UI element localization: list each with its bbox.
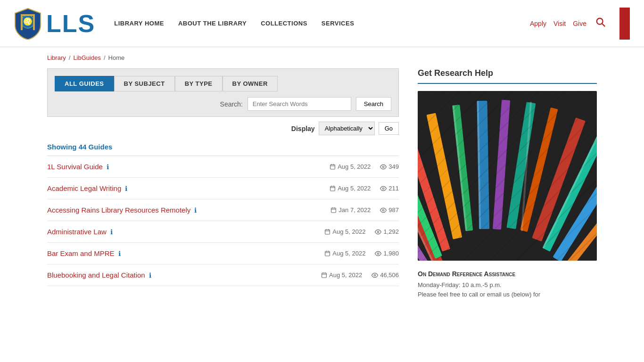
breadcrumb-library[interactable]: Library: [47, 54, 66, 61]
svg-point-18: [383, 209, 385, 211]
give-link[interactable]: Give: [573, 20, 586, 27]
guide-link[interactable]: Bluebooking and Legal Citation: [47, 271, 145, 279]
header-search-button[interactable]: [594, 15, 608, 32]
guide-date: Aug 5, 2022: [321, 272, 362, 279]
svg-rect-51: [477, 101, 481, 229]
info-icon[interactable]: ℹ: [125, 185, 127, 192]
svg-rect-34: [418, 91, 597, 261]
guide-views: 1,980: [375, 250, 399, 257]
logo-shield-icon: ♌: [14, 8, 41, 40]
svg-rect-24: [325, 251, 330, 256]
guide-views: 1,292: [375, 228, 399, 235]
apply-link[interactable]: Apply: [530, 20, 546, 27]
svg-rect-42: [520, 107, 558, 232]
guide-right: Aug 5, 2022 46,506: [321, 272, 399, 279]
svg-rect-50: [452, 105, 467, 231]
guide-item: Bar Exam and MPRE ℹ Aug 5, 2022 1,980: [47, 243, 399, 264]
guide-left: Accessing Rains Library Resources Remote…: [47, 206, 197, 214]
search-input[interactable]: [248, 97, 351, 111]
svg-rect-35: [418, 143, 444, 261]
eye-icon: [380, 185, 387, 192]
svg-rect-53: [542, 132, 597, 249]
tab-by-type[interactable]: BY TYPE: [175, 76, 223, 91]
right-panel: Get Research Help: [418, 68, 597, 299]
on-demand-text: Monday-Friday: 10 a.m.-5 p.m. Please fee…: [418, 280, 597, 299]
tabs-container: ALL GUIDES BY SUBJECT BY TYPE BY OWNER: [47, 68, 399, 91]
guide-link[interactable]: Bar Exam and MPRE: [47, 249, 115, 257]
guide-left: Bluebooking and Legal Citation ℹ: [47, 271, 151, 279]
logo-link[interactable]: ♌ LLS: [14, 8, 95, 40]
eye-icon: [380, 164, 387, 170]
breadcrumb-area: Library / LibGuides / Home: [0, 47, 644, 68]
search-button[interactable]: Search: [356, 97, 391, 111]
svg-rect-41: [506, 102, 536, 229]
svg-rect-49: [418, 147, 436, 261]
svg-point-8: [383, 166, 385, 168]
display-row: Display Alphabetically By Date By Views …: [47, 117, 399, 140]
svg-point-13: [383, 188, 385, 189]
svg-rect-9: [330, 186, 335, 191]
svg-point-2: [597, 18, 603, 25]
info-icon[interactable]: ℹ: [110, 228, 113, 236]
main-content: ALL GUIDES BY SUBJECT BY TYPE BY OWNER S…: [0, 68, 644, 318]
guide-date: Aug 5, 2022: [330, 185, 371, 192]
tab-all-guides[interactable]: ALL GUIDES: [55, 76, 114, 91]
guide-left: Administrative Law ℹ: [47, 228, 113, 236]
tab-by-owner[interactable]: BY OWNER: [223, 76, 278, 91]
breadcrumb-libguides[interactable]: LibGuides: [73, 54, 101, 61]
svg-rect-45: [553, 149, 597, 261]
eye-icon: [372, 272, 378, 279]
guide-right: Aug 5, 2022 1,292: [324, 228, 399, 235]
info-icon[interactable]: ℹ: [118, 250, 121, 257]
guide-right: Aug 5, 2022 211: [330, 185, 399, 192]
svg-rect-38: [452, 105, 473, 231]
svg-point-28: [378, 253, 380, 255]
guide-link[interactable]: Administrative Law: [47, 228, 107, 236]
info-icon[interactable]: ℹ: [194, 206, 197, 214]
guide-right: Aug 5, 2022 1,980: [324, 250, 399, 257]
on-demand-title: On Demand Reference Assistance: [418, 270, 597, 278]
nav-collections[interactable]: Collections: [261, 20, 307, 27]
calendar-icon: [330, 164, 336, 170]
guide-left: Bar Exam and MPRE ℹ: [47, 249, 121, 257]
svg-rect-52: [521, 102, 532, 231]
calendar-icon: [330, 207, 337, 213]
guide-item: Administrative Law ℹ Aug 5, 2022 1,292: [47, 221, 399, 243]
go-button[interactable]: Go: [379, 122, 399, 135]
eye-icon: [375, 250, 381, 257]
search-icon: [595, 17, 606, 27]
search-bar: Search: Search: [47, 91, 399, 117]
info-icon[interactable]: ℹ: [107, 163, 109, 171]
nav-library-home[interactable]: Library Home: [114, 20, 164, 27]
svg-rect-36: [418, 126, 450, 252]
svg-point-33: [374, 274, 376, 276]
guide-left: 1L Survival Guide ℹ: [47, 163, 109, 171]
tab-by-subject[interactable]: BY SUBJECT: [114, 76, 175, 91]
books-svg: [418, 91, 597, 261]
nav-services[interactable]: Services: [322, 20, 355, 27]
svg-rect-19: [325, 230, 330, 234]
search-label: Search:: [220, 100, 243, 108]
guide-link[interactable]: Accessing Rains Library Resources Remote…: [47, 206, 190, 214]
svg-point-23: [378, 231, 380, 233]
get-help-title: Get Research Help: [418, 68, 597, 84]
svg-rect-40: [493, 100, 510, 230]
guide-link[interactable]: Academic Legal Writing: [47, 184, 121, 192]
guide-date: Jan 7, 2022: [330, 206, 371, 214]
red-accent-bar: [619, 8, 630, 40]
eye-icon: [380, 207, 387, 214]
logo-text: LLS: [46, 9, 95, 38]
svg-rect-29: [322, 273, 327, 278]
calendar-icon: [324, 229, 330, 235]
calendar-icon: [330, 185, 336, 191]
visit-link[interactable]: Visit: [553, 20, 566, 27]
guide-left: Academic Legal Writing ℹ: [47, 184, 127, 192]
info-icon[interactable]: ℹ: [149, 272, 151, 279]
guide-link[interactable]: 1L Survival Guide: [47, 163, 103, 171]
guide-list: 1L Survival Guide ℹ Aug 5, 2022 349: [47, 156, 399, 286]
display-select[interactable]: Alphabetically By Date By Views: [319, 122, 375, 135]
guide-views: 349: [380, 163, 399, 170]
nav-about-library[interactable]: About the Library: [178, 20, 247, 27]
guide-date: Aug 5, 2022: [324, 250, 365, 257]
svg-rect-4: [330, 165, 335, 169]
